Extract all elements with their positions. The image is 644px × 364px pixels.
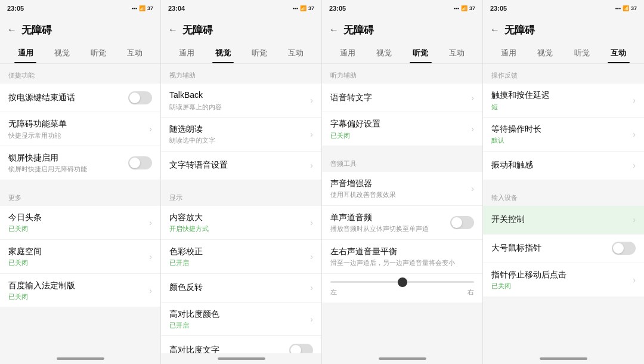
tab-视觉[interactable]: 视觉 [44, 43, 80, 63]
status-icons: ▪▪▪ 📶 37 [131, 5, 153, 11]
tab-视觉[interactable]: 视觉 [366, 43, 402, 63]
page-header: ← 无障碍 [161, 17, 321, 43]
tab-通用[interactable]: 通用 [490, 43, 527, 63]
list-item[interactable]: 家庭空间已关闭› [0, 240, 160, 274]
toggle-switch[interactable] [289, 344, 313, 353]
item-subtitle: 快捷显示常用功能 [8, 131, 145, 140]
list-item[interactable]: 单声道音频播放音频时从立体声切换至单声道 [322, 206, 482, 240]
chevron-icon: › [633, 129, 636, 139]
list-item[interactable]: 随选朗读朗读选中的文字› [161, 118, 321, 152]
list-item[interactable]: 文字转语音设置› [161, 152, 321, 180]
chevron-icon: › [310, 283, 313, 292]
tab-听觉[interactable]: 听觉 [402, 43, 439, 63]
list-item[interactable]: 字幕偏好设置已关闭› [322, 112, 482, 146]
item-subtitle: 已关闭 [330, 131, 467, 140]
toggle-switch[interactable] [128, 156, 152, 169]
item-subtitle: 已开启 [169, 258, 306, 267]
item-subtitle: 朗读屏幕上的内容 [169, 103, 306, 111]
list-item[interactable]: 百度输入法定制版已关闭› [0, 274, 160, 308]
list-item[interactable]: 开关控制› [483, 206, 644, 235]
chevron-icon: › [149, 218, 152, 227]
tab-互动[interactable]: 互动 [117, 43, 153, 63]
list-item[interactable]: 指针停止移动后点击已关闭› [483, 263, 644, 297]
list-group-0: 语音转文字›字幕偏好设置已关闭› [322, 84, 482, 146]
chevron-icon: › [633, 275, 636, 285]
item-subtitle: 使用耳机改善音频效果 [330, 190, 467, 199]
toggle-switch[interactable] [128, 91, 152, 104]
tab-通用[interactable]: 通用 [7, 43, 44, 63]
list-item[interactable]: 大号鼠标指针 [483, 235, 644, 263]
back-button[interactable]: ← [490, 24, 500, 35]
bottom-indicator [322, 353, 482, 364]
list-item[interactable]: 等待操作时长默认› [483, 118, 644, 152]
item-title: 大号鼠标指针 [491, 242, 612, 254]
tab-通用[interactable]: 通用 [168, 43, 205, 63]
tab-听觉[interactable]: 听觉 [80, 43, 117, 63]
slider-thumb[interactable] [398, 277, 407, 287]
panel-panel3: 23:05 ▪▪▪ 📶 37 ← 无障碍 通用视觉听觉互动听力辅助语音转文字›字… [322, 0, 483, 364]
wifi-icon: 📶 [300, 5, 306, 11]
item-subtitle: 已关闭 [8, 292, 145, 301]
list-item[interactable]: 内容放大开启快捷方式› [161, 206, 321, 240]
item-title: 无障碍功能菜单 [8, 118, 145, 130]
list-item[interactable]: 锁屏快捷启用锁屏时快捷启用无障碍功能 [0, 146, 160, 180]
section-title-0: 便捷功能 [0, 64, 160, 84]
back-button[interactable]: ← [7, 24, 17, 35]
item-subtitle: 朗读选中的文字 [169, 136, 306, 144]
item-title: 锁屏快捷启用 [8, 152, 128, 164]
bottom-indicator [483, 353, 644, 364]
page-header: ← 无障碍 [483, 17, 644, 43]
list-item[interactable]: TalkBack朗读屏幕上的内容› [161, 84, 321, 118]
slider-track[interactable] [330, 281, 474, 283]
tab-听觉[interactable]: 听觉 [564, 43, 600, 63]
wifi-icon: 📶 [623, 5, 629, 11]
home-indicator [379, 357, 426, 360]
list-group-0: 触摸和按住延迟短›等待操作时长默认›振动和触感› [483, 84, 644, 180]
chevron-icon: › [310, 161, 313, 170]
page-header: ← 无障碍 [0, 17, 160, 43]
list-item[interactable]: 触摸和按住延迟短› [483, 84, 644, 118]
tab-听觉[interactable]: 听觉 [242, 43, 278, 63]
list-item[interactable]: 颜色反转› [161, 274, 321, 303]
status-time: 23:05 [490, 5, 507, 12]
section-title-0: 操作反馈 [483, 64, 644, 84]
tab-互动[interactable]: 互动 [439, 43, 475, 63]
tab-互动[interactable]: 互动 [278, 43, 314, 63]
content-area: 听力辅助语音转文字›字幕偏好设置已关闭›音频工具声音增强器使用耳机改善音频效果›… [322, 64, 482, 353]
page-title: 无障碍 [504, 23, 535, 37]
item-title: 家庭空间 [8, 246, 145, 258]
back-button[interactable]: ← [168, 24, 178, 35]
list-item[interactable]: 左右声道音量平衡滑至一边声道后，另一边声道音量将会变小 [322, 240, 482, 274]
chevron-icon: › [149, 286, 152, 295]
item-subtitle: 播放音频时从立体声切换至单声道 [330, 224, 450, 233]
battery-icon: 37 [469, 5, 475, 11]
slider-container[interactable]: 左 右 [322, 274, 482, 303]
chevron-icon: › [149, 252, 152, 261]
item-title: 等待操作时长 [491, 124, 629, 135]
tab-通用[interactable]: 通用 [329, 43, 366, 63]
item-subtitle: 已关闭 [8, 258, 145, 267]
tab-视觉[interactable]: 视觉 [205, 43, 241, 63]
item-subtitle: 已关闭 [491, 282, 629, 290]
toggle-switch[interactable] [612, 242, 636, 255]
tab-bar: 通用视觉听觉互动 [0, 43, 160, 64]
page-title: 无障碍 [343, 23, 374, 37]
panel-panel4: 23:05 ▪▪▪ 📶 37 ← 无障碍 通用视觉听觉互动操作反馈触摸和按住延迟… [483, 0, 644, 364]
toggle-switch[interactable] [450, 216, 474, 229]
tab-视觉[interactable]: 视觉 [527, 43, 564, 63]
item-title: 内容放大 [169, 212, 306, 224]
list-item[interactable]: 无障碍功能菜单快捷显示常用功能› [0, 112, 160, 146]
section-title-1: 显示 [161, 186, 321, 206]
list-item[interactable]: 按电源键结束通话 [0, 84, 160, 112]
signal-icon: ▪▪▪ [292, 5, 298, 11]
content-area: 便捷功能按电源键结束通话无障碍功能菜单快捷显示常用功能›锁屏快捷启用锁屏时快捷启… [0, 64, 160, 353]
list-item[interactable]: 色彩校正已开启› [161, 240, 321, 274]
back-button[interactable]: ← [329, 24, 339, 35]
list-item[interactable]: 高对比度文字 [161, 336, 321, 353]
list-item[interactable]: 语音转文字› [322, 84, 482, 112]
list-item[interactable]: 振动和触感› [483, 152, 644, 180]
list-item[interactable]: 声音增强器使用耳机改善音频效果› [322, 172, 482, 206]
list-item[interactable]: 今日头条已关闭› [0, 206, 160, 240]
tab-互动[interactable]: 互动 [600, 43, 637, 63]
list-item[interactable]: 高对比度颜色已开启› [161, 303, 321, 337]
